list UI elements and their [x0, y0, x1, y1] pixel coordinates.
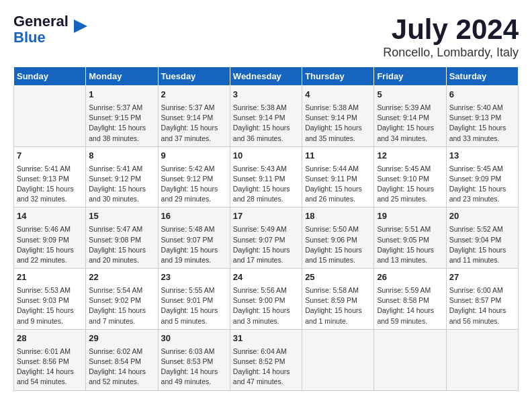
day-info-text: Daylight: 14 hours	[161, 367, 227, 377]
day-number: 7	[17, 150, 83, 163]
day-info-text: Sunset: 9:07 PM	[161, 235, 227, 245]
calendar-day-cell: 6Sunrise: 5:40 AMSunset: 9:13 PMDaylight…	[446, 86, 518, 147]
day-number: 12	[377, 150, 443, 163]
calendar-day-cell: 4Sunrise: 5:38 AMSunset: 9:14 PMDaylight…	[302, 86, 374, 147]
day-number: 10	[233, 150, 299, 163]
day-info-text: Daylight: 15 hours	[161, 306, 227, 316]
day-info-text: and 35 minutes.	[305, 134, 371, 144]
day-info-text: and 19 minutes.	[161, 255, 227, 265]
day-info-text: Daylight: 15 hours	[17, 306, 83, 316]
day-info-text: Daylight: 15 hours	[305, 184, 371, 194]
day-info-text: Daylight: 15 hours	[233, 245, 299, 255]
calendar-day-cell: 29Sunrise: 6:02 AMSunset: 8:54 PMDayligh…	[86, 329, 158, 390]
calendar-day-cell: 13Sunrise: 5:45 AMSunset: 9:09 PMDayligh…	[446, 146, 518, 208]
day-info-text: Sunrise: 5:50 AM	[305, 224, 371, 234]
calendar-day-cell: 24Sunrise: 5:56 AMSunset: 9:00 PMDayligh…	[230, 269, 302, 330]
day-info-text: and 30 minutes.	[89, 194, 154, 204]
day-info-text: Sunset: 9:01 PM	[161, 295, 227, 306]
calendar-day-cell: 30Sunrise: 6:03 AMSunset: 8:53 PMDayligh…	[158, 329, 230, 390]
day-info-text: and 49 minutes.	[161, 377, 227, 387]
day-number: 26	[377, 271, 443, 284]
day-info-text: and 23 minutes.	[449, 194, 515, 204]
day-number: 18	[305, 210, 371, 223]
page-header: General Blue July 2024 Roncello, Lombard…	[13, 13, 519, 60]
calendar-day-cell: 19Sunrise: 5:51 AMSunset: 9:05 PMDayligh…	[374, 208, 446, 269]
day-number: 19	[377, 210, 443, 223]
day-info-text: Sunrise: 5:40 AM	[449, 103, 515, 113]
calendar-day-cell: 1Sunrise: 5:37 AMSunset: 9:15 PMDaylight…	[86, 86, 158, 147]
day-info-text: Sunrise: 5:48 AM	[161, 224, 227, 234]
calendar-day-cell: 18Sunrise: 5:50 AMSunset: 9:06 PMDayligh…	[302, 208, 374, 269]
day-number: 22	[89, 271, 154, 284]
day-number: 3	[233, 89, 299, 101]
day-info-text: and 5 minutes.	[161, 316, 227, 326]
day-info-text: Sunrise: 5:58 AM	[305, 285, 371, 295]
day-info-text: Sunset: 9:13 PM	[17, 174, 83, 184]
calendar-day-cell: 31Sunrise: 6:04 AMSunset: 8:52 PMDayligh…	[230, 329, 302, 390]
day-number: 20	[449, 210, 515, 223]
day-number: 4	[305, 89, 371, 101]
day-info-text: and 17 minutes.	[233, 255, 299, 265]
calendar-week-row: 21Sunrise: 5:53 AMSunset: 9:03 PMDayligh…	[14, 269, 519, 330]
calendar-week-row: 7Sunrise: 5:41 AMSunset: 9:13 PMDaylight…	[14, 146, 519, 208]
day-info-text: and 20 minutes.	[89, 255, 154, 265]
day-info-text: Sunrise: 5:41 AM	[89, 164, 154, 174]
day-info-text: Sunrise: 5:45 AM	[377, 164, 443, 174]
calendar-day-cell: 3Sunrise: 5:38 AMSunset: 9:14 PMDaylight…	[230, 86, 302, 147]
day-info-text: Daylight: 14 hours	[233, 367, 299, 377]
day-info-text: Sunrise: 5:37 AM	[89, 103, 154, 113]
day-info-text: Sunset: 9:05 PM	[377, 235, 443, 245]
day-number: 28	[17, 332, 83, 345]
day-info-text: Daylight: 15 hours	[233, 123, 299, 133]
calendar-day-cell: 17Sunrise: 5:49 AMSunset: 9:07 PMDayligh…	[230, 208, 302, 269]
day-number: 31	[233, 332, 299, 345]
day-info-text: Sunset: 9:00 PM	[233, 295, 299, 306]
day-info-text: and 7 minutes.	[89, 316, 154, 326]
day-info-text: Sunrise: 5:55 AM	[161, 285, 227, 295]
day-info-text: and 28 minutes.	[233, 194, 299, 204]
day-info-text: and 33 minutes.	[449, 134, 515, 144]
day-info-text: Daylight: 15 hours	[377, 123, 443, 133]
day-info-text: Sunset: 8:59 PM	[305, 295, 371, 306]
day-number: 1	[89, 89, 154, 101]
calendar-day-cell	[374, 329, 446, 390]
day-info-text: Sunset: 8:58 PM	[377, 295, 443, 306]
calendar-day-cell: 5Sunrise: 5:39 AMSunset: 9:14 PMDaylight…	[374, 86, 446, 147]
day-info-text: Sunrise: 5:41 AM	[17, 164, 83, 174]
day-info-text: Daylight: 15 hours	[305, 123, 371, 133]
calendar-day-cell: 25Sunrise: 5:58 AMSunset: 8:59 PMDayligh…	[302, 269, 374, 330]
day-info-text: Sunrise: 6:00 AM	[449, 285, 515, 295]
day-info-text: Sunrise: 5:53 AM	[17, 285, 83, 295]
day-info-text: Sunrise: 6:03 AM	[161, 347, 227, 357]
day-info-text: Sunset: 8:56 PM	[17, 357, 83, 367]
day-info-text: Sunrise: 5:52 AM	[449, 224, 515, 234]
day-number: 2	[161, 89, 227, 101]
day-info-text: Sunrise: 5:37 AM	[161, 103, 227, 113]
day-info-text: Sunset: 9:14 PM	[377, 113, 443, 123]
day-info-text: Sunset: 8:52 PM	[233, 357, 299, 367]
day-number: 8	[89, 150, 154, 163]
day-info-text: Daylight: 15 hours	[449, 184, 515, 194]
day-info-text: Daylight: 15 hours	[161, 123, 227, 133]
day-info-text: Sunset: 9:14 PM	[305, 113, 371, 123]
day-info-text: Sunrise: 5:56 AM	[233, 285, 299, 295]
day-info-text: Sunrise: 5:43 AM	[233, 164, 299, 174]
calendar-day-cell: 28Sunrise: 6:01 AMSunset: 8:56 PMDayligh…	[14, 329, 86, 390]
calendar-day-cell: 27Sunrise: 6:00 AMSunset: 8:57 PMDayligh…	[446, 269, 518, 330]
day-info-text: Daylight: 15 hours	[449, 123, 515, 133]
day-info-text: and 15 minutes.	[305, 255, 371, 265]
day-info-text: and 54 minutes.	[17, 377, 83, 387]
day-info-text: Daylight: 15 hours	[161, 184, 227, 194]
day-info-text: and 34 minutes.	[377, 134, 443, 144]
title-block: July 2024 Roncello, Lombardy, Italy	[383, 13, 519, 60]
day-info-text: and 47 minutes.	[233, 377, 299, 387]
day-info-text: Sunset: 9:11 PM	[305, 174, 371, 184]
calendar-day-cell: 9Sunrise: 5:42 AMSunset: 9:12 PMDaylight…	[158, 146, 230, 208]
day-number: 6	[449, 89, 515, 101]
day-info-text: Daylight: 15 hours	[161, 245, 227, 255]
day-info-text: Daylight: 15 hours	[17, 184, 83, 194]
day-info-text: Daylight: 15 hours	[305, 306, 371, 316]
day-number: 15	[89, 210, 154, 223]
day-of-week-header: Thursday	[302, 67, 374, 86]
day-number: 21	[17, 271, 83, 284]
